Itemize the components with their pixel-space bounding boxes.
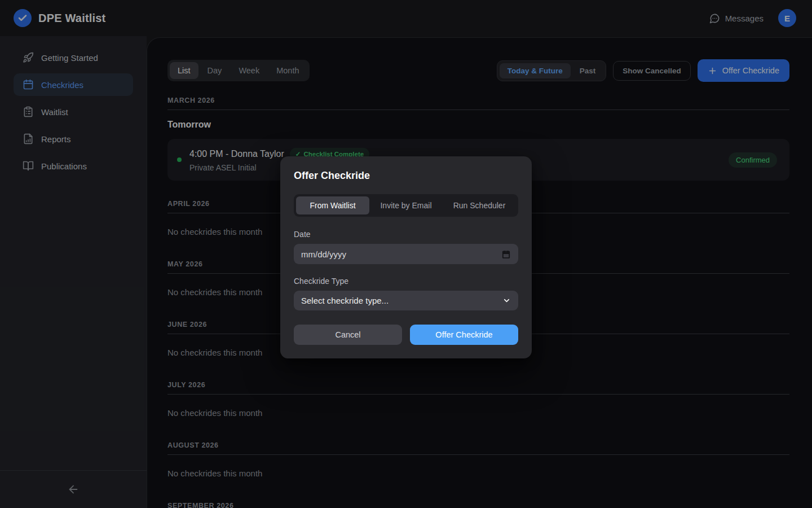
date-placeholder: mm/dd/yyyy — [301, 249, 346, 259]
modal-tabs: From Waitlist Invite by Email Run Schedu… — [294, 194, 518, 217]
date-field-label: Date — [294, 230, 518, 239]
modal-offer-checkride-button[interactable]: Offer Checkride — [410, 325, 518, 345]
checkride-type-select[interactable]: Select checkride type... — [294, 291, 518, 310]
calendar-picker-icon[interactable] — [501, 249, 511, 259]
tab-invite-by-email[interactable]: Invite by Email — [369, 196, 443, 214]
offer-checkride-modal: Offer Checkride From Waitlist Invite by … — [280, 156, 532, 358]
tab-run-scheduler[interactable]: Run Scheduler — [443, 196, 516, 214]
date-input[interactable]: mm/dd/yyyy — [294, 244, 518, 264]
cancel-button[interactable]: Cancel — [294, 325, 402, 345]
modal-title: Offer Checkride — [294, 170, 518, 182]
modal-actions: Cancel Offer Checkride — [294, 325, 518, 345]
select-value: Select checkride type... — [301, 296, 389, 305]
chevron-down-icon — [502, 296, 511, 305]
type-field-label: Checkride Type — [294, 277, 518, 286]
tab-from-waitlist[interactable]: From Waitlist — [296, 196, 369, 214]
